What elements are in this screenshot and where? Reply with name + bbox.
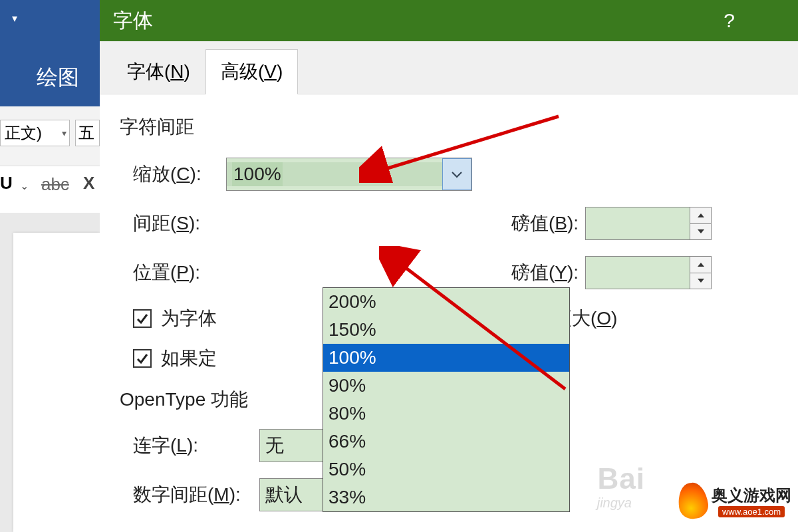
scale-value: 100% [232, 162, 283, 186]
svg-marker-1 [698, 229, 704, 233]
kerning-label-prefix: 为字体 [161, 306, 217, 331]
points-y-spinner[interactable] [585, 256, 712, 289]
scale-option[interactable]: 50% [323, 456, 569, 483]
scale-label: 缩放(C): [120, 162, 226, 187]
site-logo: 奥义游戏网 www.aoe1.com [678, 483, 791, 519]
clear-formatting-button[interactable]: X [83, 173, 94, 194]
scale-option[interactable]: 150% [323, 316, 569, 344]
spin-down-icon[interactable] [690, 224, 711, 240]
qat-customize-icon[interactable]: ▾ [12, 12, 17, 25]
scale-option[interactable]: 90% [323, 372, 569, 400]
kerning-checkbox[interactable] [133, 309, 152, 328]
dialog-titlebar: 字体 ? [100, 0, 798, 41]
spin-up-icon[interactable] [690, 207, 711, 224]
watermark-subtext: jingya [597, 495, 632, 511]
dialog-title: 字体 [113, 7, 153, 35]
help-button[interactable]: ? [724, 9, 735, 32]
ribbon-tab-draw[interactable]: 绘图 [37, 63, 79, 92]
font-name-combo[interactable]: 正文) ▾ [0, 120, 70, 146]
tab-advanced-label: 高级 [221, 61, 258, 82]
document-page [13, 233, 100, 532]
number-spacing-label: 数字间距(M): [120, 482, 259, 507]
font-dialog: 字体 ? 字体(N) 高级(V) 字符间距 缩放(C): 100% 间距(S):… [100, 0, 798, 532]
logo-text-cn: 奥义游戏网 [712, 485, 791, 506]
font-name-value: 正文) [5, 122, 42, 144]
points-b-spinner[interactable] [585, 207, 712, 240]
scale-combo[interactable]: 100% [226, 158, 472, 191]
section-character-spacing: 字符间距 [120, 114, 778, 140]
spacing-label: 间距(S): [120, 211, 226, 236]
underline-button[interactable]: U [0, 173, 13, 194]
svg-marker-0 [698, 213, 704, 217]
scale-option[interactable]: 80% [323, 400, 569, 428]
scale-option[interactable]: 33% [323, 483, 569, 511]
watermark-brand: Bai [598, 462, 645, 495]
spin-up-icon[interactable] [690, 257, 711, 273]
tab-font[interactable]: 字体(N) [112, 49, 205, 94]
dialog-tab-strip: 字体(N) 高级(V) [100, 41, 798, 94]
logo-text-url: www.aoe1.com [718, 506, 785, 517]
font-size-value: 五 [78, 122, 94, 144]
points-b-label: 磅值(B): [499, 211, 585, 236]
font-size-combo[interactable]: 五 [75, 120, 100, 146]
snap-grid-label-prefix: 如果定 [161, 346, 217, 371]
ligature-label: 连字(L): [120, 433, 259, 458]
scale-option[interactable]: 66% [323, 428, 569, 456]
tab-font-key: N [170, 61, 184, 82]
snap-grid-checkbox[interactable] [133, 349, 152, 368]
scale-option[interactable]: 100% [323, 344, 569, 372]
chevron-down-icon: ▾ [62, 128, 66, 138]
position-label: 位置(P): [120, 260, 226, 285]
strikethrough-button[interactable]: abc [41, 174, 69, 195]
word-ribbon-strip: ▾ 绘图 [0, 0, 100, 106]
flame-icon [678, 483, 708, 519]
spin-down-icon[interactable] [690, 273, 711, 289]
dialog-advanced-pane: 字符间距 缩放(C): 100% 间距(S): 磅值(B): 位置(P): 磅值… [100, 94, 798, 532]
chevron-down-icon[interactable]: ⌄ [20, 180, 29, 192]
points-y-label: 磅值(Y): [499, 260, 585, 285]
tab-advanced-key: V [264, 61, 277, 82]
scale-dropdown-button[interactable] [442, 158, 471, 190]
tab-font-label: 字体 [127, 61, 164, 82]
scale-dropdown-list[interactable]: 200%150%100%90%80%66%50%33% [323, 287, 570, 512]
svg-marker-3 [698, 279, 704, 283]
tab-advanced[interactable]: 高级(V) [205, 49, 298, 94]
scale-option[interactable]: 200% [323, 288, 569, 316]
svg-marker-2 [698, 263, 704, 267]
